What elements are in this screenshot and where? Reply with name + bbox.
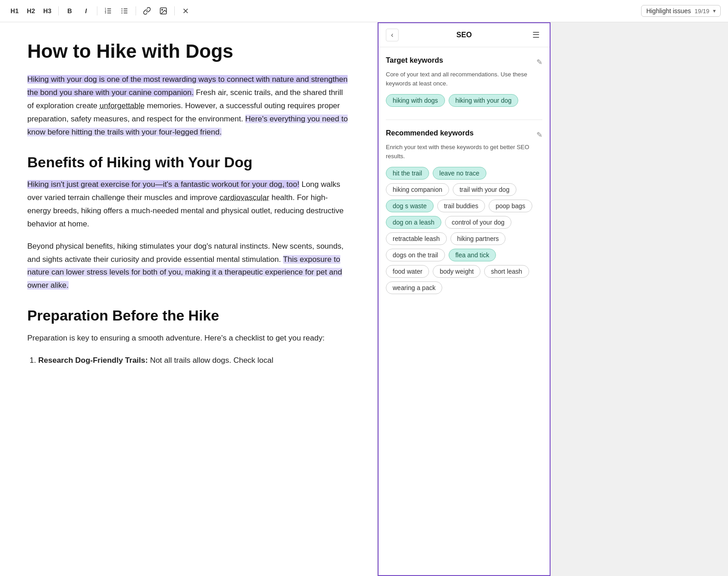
keyword-short-leash[interactable]: short leash — [484, 265, 529, 278]
divider-1 — [58, 6, 59, 15]
svg-point-11 — [121, 12, 122, 13]
section2-intro: Preparation is key to ensuring a smooth … — [27, 332, 350, 345]
keyword-flea-and-tick[interactable]: flea and tick — [449, 249, 496, 261]
h2-button[interactable]: H2 — [24, 4, 38, 18]
keyword-chip-hiking-with-your-dog[interactable]: hiking with your dog — [449, 94, 519, 107]
keyword-food-water[interactable]: food water — [386, 265, 429, 278]
keyword-control-of-your-dog[interactable]: control of your dog — [445, 216, 511, 229]
ordered-list-button[interactable]: 123 — [101, 4, 116, 18]
keyword-poop-bags[interactable]: poop bags — [489, 200, 532, 212]
bold-button[interactable]: B — [62, 4, 77, 18]
target-keywords-title: Target keywords — [386, 56, 443, 65]
keyword-hiking-partners[interactable]: hiking partners — [450, 232, 506, 245]
section1-paragraph2: Beyond physical benefits, hiking stimula… — [27, 240, 350, 293]
image-button[interactable] — [156, 4, 171, 18]
target-keywords-list: hiking with dogs hiking with your dog — [386, 94, 542, 107]
svg-point-9 — [121, 8, 122, 9]
highlight-issues-label: Highlight issues — [646, 7, 691, 15]
divider-3 — [136, 6, 136, 15]
clear-format-button[interactable] — [178, 4, 193, 18]
highlight-count-badge: 19/19 — [694, 8, 709, 15]
highlight-issues-dropdown[interactable]: Highlight issues 19/19 ▾ — [641, 5, 721, 17]
list-item-1: Research Dog-Friendly Trails: Not all tr… — [38, 354, 350, 367]
divider-4 — [174, 6, 175, 15]
intro-paragraph: Hiking with your dog is one of the most … — [27, 73, 350, 139]
recommended-keywords-header: Recommended keywords ✎ — [386, 129, 542, 140]
section1-heading: Benefits of Hiking with Your Dog — [27, 154, 350, 171]
link-button[interactable] — [140, 4, 154, 18]
keyword-trail-buddies[interactable]: trail buddies — [437, 200, 485, 212]
panel-back-button[interactable]: ‹ — [386, 29, 399, 41]
section1-paragraph1: Hiking isn't just great exercise for you… — [27, 178, 350, 231]
chevron-left-icon: ‹ — [391, 31, 393, 39]
h1-button[interactable]: H1 — [7, 4, 22, 18]
toolbar: H1 H2 H3 B I 123 Highlight issues 19/19 … — [0, 0, 728, 22]
svg-point-13 — [162, 9, 162, 10]
article-title: How to Hike with Dogs — [27, 40, 350, 62]
italic-button[interactable]: I — [79, 4, 93, 18]
section2-heading: Preparation Before the Hike — [27, 307, 350, 324]
keyword-retractable-leash[interactable]: retractable leash — [386, 232, 447, 245]
target-keywords-header: Target keywords ✎ — [386, 56, 542, 67]
svg-point-10 — [121, 10, 122, 11]
recommended-keywords-section: Recommended keywords ✎ Enrich your text … — [386, 129, 542, 294]
recommended-keywords-desc: Enrich your text with these keywords to … — [386, 143, 542, 160]
unforgettable-word: unforgettable — [100, 101, 145, 110]
keyword-dog-s-waste[interactable]: dog s waste — [386, 200, 434, 212]
keyword-hiking-companion[interactable]: hiking companion — [386, 183, 449, 196]
keyword-dog-on-a-leash[interactable]: dog on a leash — [386, 216, 441, 229]
menu-icon: ☰ — [532, 30, 540, 40]
section2-list: Research Dog-Friendly Trails: Not all tr… — [27, 354, 350, 367]
panel-menu-button[interactable]: ☰ — [530, 29, 542, 41]
keyword-body-weight[interactable]: body weight — [433, 265, 480, 278]
panel-content: Target keywords ✎ Core of your text and … — [379, 47, 550, 575]
recommended-keywords-title: Recommended keywords — [386, 129, 474, 137]
keyword-hit-the-trail[interactable]: hit the trail — [386, 167, 429, 180]
main-layout: How to Hike with Dogs Hiking with your d… — [0, 22, 728, 576]
divider-2 — [97, 6, 97, 15]
chevron-down-icon: ▾ — [713, 8, 716, 14]
recommended-keywords-list: hit the trail leave no trace hiking comp… — [386, 167, 542, 294]
cardiovascular-word: cardiovascular — [219, 193, 269, 202]
seo-panel: ‹ SEO ☰ Target keywords ✎ Core of your t… — [378, 22, 551, 576]
keyword-chip-hiking-with-dogs[interactable]: hiking with dogs — [386, 94, 445, 107]
unordered-list-button[interactable] — [117, 4, 132, 18]
recommended-keywords-edit-icon[interactable]: ✎ — [536, 130, 542, 139]
svg-text:3: 3 — [105, 12, 106, 14]
keyword-wearing-a-pack[interactable]: wearing a pack — [386, 281, 442, 294]
panel-header: ‹ SEO ☰ — [379, 23, 550, 47]
keyword-dogs-on-the-trail[interactable]: dogs on the trail — [386, 249, 445, 261]
keyword-trail-with-your-dog[interactable]: trail with your dog — [453, 183, 516, 196]
editor-area[interactable]: How to Hike with Dogs Hiking with your d… — [0, 22, 378, 576]
panel-title: SEO — [456, 31, 472, 39]
highlight-s1p1: Hiking isn't just great exercise for you… — [27, 180, 299, 189]
keyword-leave-no-trace[interactable]: leave no trace — [433, 167, 486, 180]
h3-button[interactable]: H3 — [40, 4, 55, 18]
section-divider — [386, 120, 542, 120]
target-keywords-edit-icon[interactable]: ✎ — [536, 58, 542, 66]
target-keywords-section: Target keywords ✎ Core of your text and … — [386, 56, 542, 107]
target-keywords-desc: Core of your text and all recommendation… — [386, 70, 542, 88]
